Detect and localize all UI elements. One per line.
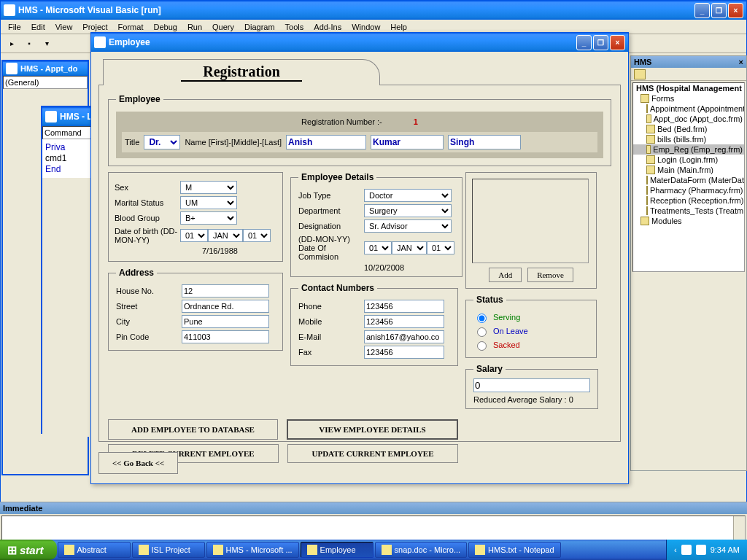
task-item[interactable]: snap.doc - Micro... xyxy=(375,542,467,558)
code-titlebar: HMS - L xyxy=(42,107,98,126)
first-name-input[interactable] xyxy=(286,135,366,149)
tree-item[interactable]: Appt_doc (Appt_doc.frm) xyxy=(633,114,744,124)
tree-item-selected[interactable]: Emp_Reg (Emp_reg.frm) xyxy=(633,144,744,155)
task-item-active[interactable]: Employee xyxy=(301,542,374,558)
tree-item[interactable]: Treatments_Tests (Treatm xyxy=(633,206,744,216)
dob-day-select[interactable]: 01 xyxy=(180,229,208,242)
tree-item[interactable]: Bed (Bed.frm) xyxy=(633,124,744,134)
job-select[interactable]: Doctor xyxy=(364,189,452,202)
marital-select[interactable]: UM xyxy=(180,196,237,209)
form-icon xyxy=(646,135,655,144)
menu-query[interactable]: Query xyxy=(208,21,239,33)
folder-icon xyxy=(64,545,74,555)
address-fieldset: Address House No. Street City Pin Code xyxy=(108,268,283,351)
maximize-button[interactable]: ❐ xyxy=(711,3,727,18)
salary-input[interactable] xyxy=(473,378,590,392)
menu-help[interactable]: Help xyxy=(386,21,411,33)
reg-num-value: 1 xyxy=(414,117,418,126)
tree-item[interactable]: Appointment (Appointment xyxy=(633,104,744,114)
tree-folder-forms[interactable]: Forms xyxy=(633,93,744,104)
minimize-button[interactable]: _ xyxy=(694,3,710,18)
city-input[interactable] xyxy=(182,315,269,328)
doc-year-select[interactable]: 01 xyxy=(427,241,454,254)
menu-window[interactable]: Window xyxy=(347,21,384,33)
mobile-input[interactable] xyxy=(364,315,444,328)
dob-month-select[interactable]: JAN xyxy=(208,229,243,242)
remove-photo-button[interactable]: Remove xyxy=(527,268,573,282)
task-item[interactable]: Abstract xyxy=(58,542,131,558)
start-button[interactable]: start xyxy=(0,540,57,560)
fax-input[interactable] xyxy=(364,346,444,359)
form-icon xyxy=(646,166,655,174)
contact-legend: Contact Numbers xyxy=(298,283,377,293)
blood-select[interactable]: B+ xyxy=(180,211,237,225)
title-select[interactable]: Dr. xyxy=(144,135,180,149)
sex-select[interactable]: M xyxy=(180,181,237,194)
toolbar-button[interactable]: ▪ xyxy=(21,36,37,52)
tree-item[interactable]: bills (bills.frm) xyxy=(633,134,744,144)
task-item[interactable]: HMS.txt - Notepad xyxy=(468,542,560,558)
menu-file[interactable]: File xyxy=(4,21,26,33)
close-button[interactable]: × xyxy=(728,3,743,18)
proc-dropdown[interactable]: (General) xyxy=(3,76,88,89)
menu-run[interactable]: Run xyxy=(183,21,206,33)
street-input[interactable] xyxy=(182,300,269,313)
status-onleave-radio[interactable]: On Leave xyxy=(473,325,589,337)
view-employee-button[interactable]: VIEW EMPLOYEE DETAILS xyxy=(287,419,458,440)
tray-icon[interactable] xyxy=(696,545,706,555)
email-input[interactable] xyxy=(364,330,444,343)
add-employee-button[interactable]: ADD EMPLOYEE TO DATABASE xyxy=(108,419,278,440)
dialog-close-button[interactable]: × xyxy=(610,35,625,50)
menu-tools[interactable]: Tools xyxy=(281,21,309,33)
dialog-title: Employee xyxy=(109,37,576,47)
form-icon xyxy=(646,125,655,133)
menu-addins[interactable]: Add-Ins xyxy=(309,21,346,33)
tray-icon[interactable] xyxy=(681,545,692,555)
tree-item[interactable]: MaterDataForm (MaterData xyxy=(633,175,744,185)
status-sacked-radio[interactable]: Sacked xyxy=(473,339,589,351)
tree-root[interactable]: HMS (Hospital Management S xyxy=(633,83,744,93)
tree-item[interactable]: Reception (Reception.frm) xyxy=(633,195,744,206)
phone-input[interactable] xyxy=(364,300,444,313)
toolbar-button[interactable]: ▸ xyxy=(4,36,20,52)
update-employee-button[interactable]: UPDATE CURRENT EMPLOYEE xyxy=(287,444,458,463)
phone-label: Phone xyxy=(298,302,364,311)
dob-year-select[interactable]: 01 xyxy=(243,229,271,242)
city-label: City xyxy=(116,317,182,326)
go-back-button[interactable]: << Go Back << xyxy=(98,452,178,474)
menu-format[interactable]: Format xyxy=(114,21,148,33)
tree-item[interactable]: Pharmacy (Pharmacy.frm) xyxy=(633,185,744,195)
dialog-minimize-button[interactable]: _ xyxy=(576,35,592,50)
menu-project[interactable]: Project xyxy=(78,21,112,33)
task-item[interactable]: ISL Project xyxy=(132,542,205,558)
doc-day-select[interactable]: 01 xyxy=(364,241,392,254)
pin-input[interactable] xyxy=(182,330,269,343)
menu-diagram[interactable]: Diagram xyxy=(240,21,279,33)
dialog-maximize-button[interactable]: ❐ xyxy=(593,35,608,50)
salary-legend: Salary xyxy=(473,364,506,374)
menu-view[interactable]: View xyxy=(51,21,77,33)
add-photo-button[interactable]: Add xyxy=(489,268,522,282)
system-tray[interactable]: ‹ 9:34 AM xyxy=(666,540,747,560)
dept-select[interactable]: Surgery xyxy=(364,204,452,217)
tray-chevron-icon[interactable]: ‹ xyxy=(674,545,677,554)
tree-item[interactable]: Login (Login.frm) xyxy=(633,155,744,165)
house-input[interactable] xyxy=(182,284,269,298)
registration-tab[interactable]: Registration xyxy=(103,59,380,85)
middle-name-input[interactable] xyxy=(371,135,444,149)
menu-debug[interactable]: Debug xyxy=(149,21,181,33)
desig-select[interactable]: Sr. Advisor xyxy=(364,219,452,233)
tree-folder-modules[interactable]: Modules xyxy=(633,216,744,226)
tree-item[interactable]: Main (Main.frm) xyxy=(633,165,744,175)
proc-dropdown[interactable]: Command xyxy=(42,126,98,139)
doc-month-select[interactable]: JAN xyxy=(392,241,427,254)
toolbar-button[interactable]: ▾ xyxy=(39,36,55,52)
project-tree[interactable]: HMS (Hospital Management S Forms Appoint… xyxy=(632,82,745,272)
panel-close-icon[interactable]: × xyxy=(739,58,743,66)
task-item[interactable]: HMS - Microsoft ... xyxy=(206,542,299,558)
last-name-input[interactable] xyxy=(448,135,521,149)
status-serving-radio[interactable]: Serving xyxy=(473,311,589,323)
fax-label: Fax xyxy=(298,348,364,357)
code-body[interactable]: Priva cmd1 End xyxy=(42,139,98,178)
menu-edit[interactable]: Edit xyxy=(27,21,50,33)
